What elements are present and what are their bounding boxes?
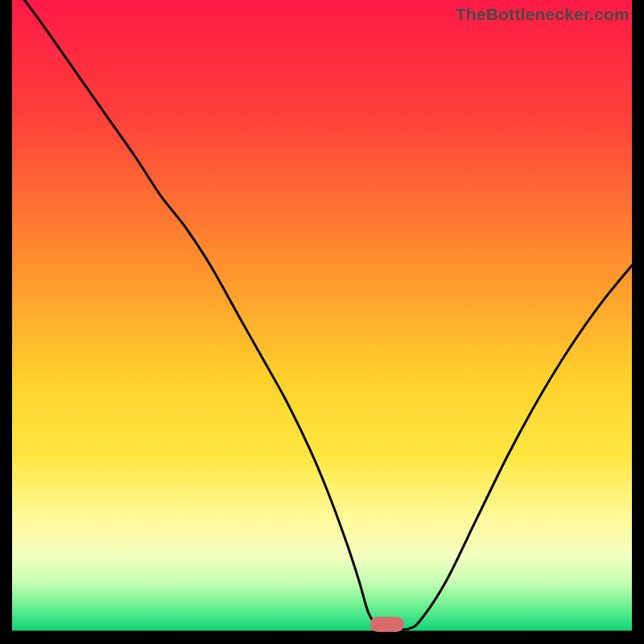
watermark-text: TheBottlenecker.com (456, 5, 630, 24)
chart-container (12, 0, 632, 632)
gradient-background (12, 0, 632, 632)
bottleneck-chart (12, 0, 632, 632)
optimal-range-marker (370, 617, 404, 632)
